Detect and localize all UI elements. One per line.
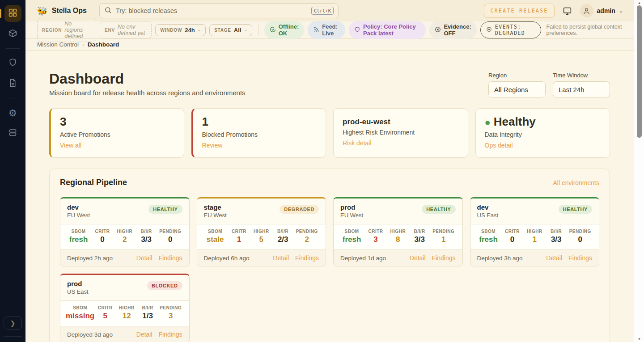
pipeline-card-footer: Deployed 6h ago DetailFindings (197, 250, 326, 266)
stat-card-data-integrity: ●Healthy Data Integrity Ops detail (475, 108, 610, 158)
detail-link[interactable]: Detail (546, 254, 562, 262)
view-all-link[interactable]: View all (60, 142, 81, 149)
pipeline-card-metrics: SBOMmissing CRITR5 HIGHR12 B/I/R1/3 PEND… (60, 301, 189, 326)
user-menu[interactable]: admin ⌄ (580, 4, 623, 17)
detail-link[interactable]: Detail (273, 254, 289, 262)
env-block: prod US East (67, 280, 89, 295)
metric-critr: CRITR5 (94, 305, 116, 321)
stat-card-highest-risk: prod-eu-west Highest Risk Environment Ri… (333, 108, 468, 158)
brand: 🐝 Stella Ops (37, 6, 87, 16)
metric-sbom: SBOMstale (203, 229, 228, 244)
findings-link[interactable]: Findings (568, 254, 592, 262)
section-title: Regional Pipeline (60, 178, 127, 187)
policy-status-text: Policy: Core Policy Pack latest (363, 23, 420, 37)
region-select[interactable]: All Regions (488, 81, 546, 97)
metric-highr: HIGHR2 (114, 229, 136, 244)
search-icon (104, 6, 112, 16)
metric-highr: HIGHR8 (387, 229, 409, 244)
metric-pending: PENDING0 (567, 229, 593, 244)
divider (258, 25, 258, 35)
deployed-time: Deployed 3h ago (477, 255, 523, 262)
env-name: dev (67, 203, 90, 211)
monitor-icon[interactable] (563, 6, 572, 16)
time-window-select[interactable]: Last 24h (553, 81, 610, 97)
deployed-time: Deployed 1d ago (340, 255, 386, 262)
active-indicator (0, 9, 1, 18)
search-input[interactable] (116, 7, 307, 14)
sidebar-item-settings[interactable]: ⚙ (4, 104, 21, 121)
regional-pipeline-section: Regional Pipeline All environments dev E… (49, 169, 610, 342)
metric-critr: CRITR1 (228, 229, 250, 244)
sidebar-item-security[interactable] (4, 55, 21, 72)
ops-detail-link[interactable]: Ops detail (485, 142, 513, 149)
app-window: ⚙ ❯ 🐝 Stella Ops Ctrl+K CREATE RELEASE (0, 0, 644, 342)
detail-link[interactable]: Detail (136, 254, 153, 262)
window-filter-dropdown[interactable]: WINDOW 24h ⌄ (155, 24, 206, 36)
status-badge: BLOCKED (147, 281, 182, 290)
window-filter-label: WINDOW (160, 28, 182, 33)
metric-highr: HIGHR1 (523, 229, 546, 244)
document-icon (8, 78, 17, 89)
review-link[interactable]: Review (202, 142, 223, 149)
pipeline-card-dev-us-east: dev US East HEALTHY SBOMfresh CRITR0 HIG… (470, 197, 600, 266)
findings-link[interactable]: Findings (159, 331, 182, 338)
error-message: Failed to persist global context prefere… (547, 24, 623, 36)
sidebar-item-releases[interactable] (4, 25, 21, 42)
region-filter-chip: REGION No regions defined (37, 18, 96, 42)
gear-icon: ⚙ (8, 108, 17, 118)
findings-link[interactable]: Findings (432, 254, 456, 262)
sidebar-item-documents[interactable] (4, 75, 21, 92)
sidebar-item-infrastructure[interactable] (4, 125, 21, 142)
context-bar: REGION No regions defined ENV No env def… (25, 21, 634, 39)
create-release-button[interactable]: CREATE RELEASE (484, 4, 554, 18)
scrollbar-down-arrow[interactable]: ▼ (634, 337, 644, 341)
stat-label: Data Integrity (485, 131, 601, 138)
offline-status-text: Offline: OK (279, 23, 299, 37)
events-status-badge: EVENTS: DEGRADED (480, 21, 541, 38)
pipeline-card-prod-eu-west: prod EU West HEALTHY SBOMfresh CRITR3 HI… (333, 197, 463, 266)
stat-card-active-promotions: 3 Active Promotions View all (49, 108, 184, 158)
sidebar-item-dashboard[interactable] (4, 5, 21, 22)
findings-link[interactable]: Findings (159, 254, 182, 262)
chevron-down-icon: ⌄ (619, 8, 623, 14)
target-icon (486, 26, 492, 34)
avatar (580, 4, 593, 17)
pipeline-card-header: stage EU West DEGRADED (197, 198, 326, 224)
metric-critr: CRITR0 (91, 229, 114, 244)
sidebar-divider (4, 336, 22, 337)
sidebar-collapse-button[interactable]: ❯ (4, 316, 22, 330)
region-filter-label: REGION (42, 28, 62, 33)
metric-pending: PENDING0 (157, 229, 184, 244)
stat-cards-row: 3 Active Promotions View all 1 Blocked P… (49, 108, 610, 158)
pipeline-cards-grid: dev EU West HEALTHY SBOMfresh CRITR0 HIG… (60, 197, 599, 342)
breadcrumb-parent[interactable]: Mission Control (37, 41, 79, 48)
events-status-text: EVENTS: DEGRADED (495, 24, 535, 36)
package-icon (8, 29, 17, 40)
top-bar: 🐝 Stella Ops Ctrl+K CREATE RELEASE admin… (25, 0, 634, 21)
pipeline-card-header: prod EU West HEALTHY (334, 198, 462, 224)
brand-name: Stella Ops (52, 7, 87, 15)
findings-link[interactable]: Findings (295, 254, 319, 262)
breadcrumb-separator-icon: › (82, 42, 84, 47)
all-environments-link[interactable]: All environments (553, 179, 600, 186)
window-filter-value: 24h (185, 27, 195, 34)
scrollbar-up-arrow[interactable]: ▲ (634, 1, 644, 5)
stage-filter-label: STAGE (214, 28, 231, 33)
time-window-select-label: Time Window (553, 72, 610, 79)
chevron-down-icon: ⌄ (198, 28, 201, 32)
env-block: dev EU West (67, 203, 90, 219)
scrollbar-thumb[interactable] (637, 5, 642, 138)
stage-filter-dropdown[interactable]: STAGE All ⌄ (209, 24, 252, 36)
status-badge: HEALTHY (559, 205, 592, 214)
scrollbar: ▲ ▼ (634, 0, 644, 342)
deployed-time: Deployed 2h ago (67, 255, 113, 262)
risk-detail-link[interactable]: Risk detail (343, 139, 372, 147)
detail-link[interactable]: Detail (136, 331, 153, 338)
env-name: prod (67, 280, 89, 287)
env-name: dev (477, 203, 499, 211)
detail-link[interactable]: Detail (410, 254, 426, 262)
pipeline-card-header: dev US East HEALTHY (470, 198, 599, 224)
status-badge: HEALTHY (422, 205, 455, 214)
pipeline-card-metrics: SBOMfresh CRITR3 HIGHR8 B/I/R3/3 PENDING… (334, 224, 462, 250)
search-box[interactable]: Ctrl+K (99, 3, 339, 18)
